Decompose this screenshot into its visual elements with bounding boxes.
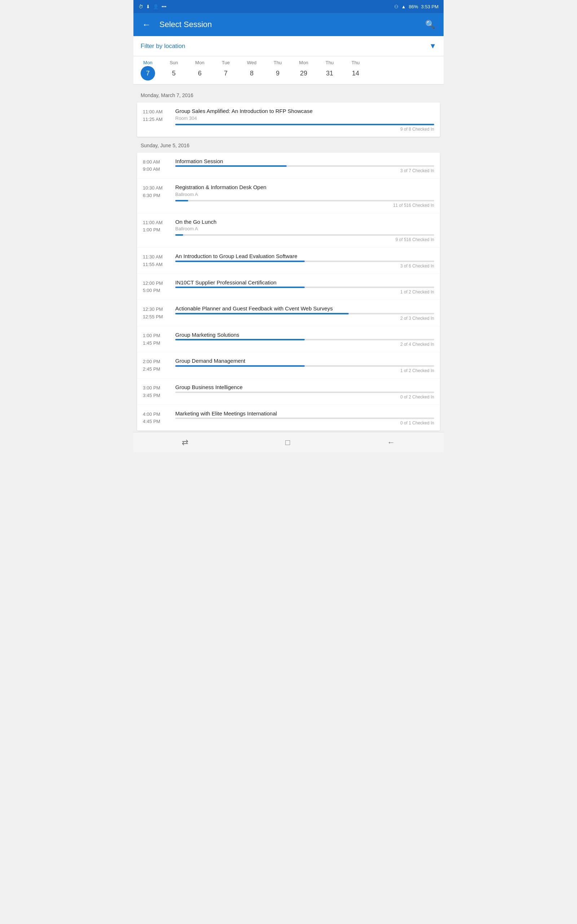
checked-in-label: 1 of 2 Checked In — [175, 368, 434, 373]
nav-back-button[interactable]: ← — [379, 433, 404, 452]
progress-bar-fill — [175, 234, 183, 236]
time-label: 3:53 PM — [421, 4, 438, 10]
session-details: Group Demand Management 1 of 2 Checked I… — [175, 357, 434, 373]
session-time: 3:00 PM3:45 PM — [143, 384, 175, 399]
session-time: 2:00 PM2:45 PM — [143, 357, 175, 373]
session-time: 4:00 PM4:45 PM — [143, 410, 175, 426]
session-card-0: 11:00 AM11:25 AM Group Sales Amplified: … — [137, 102, 440, 137]
back-button[interactable]: ← — [139, 16, 154, 32]
day-tab-name: Tue — [222, 60, 230, 65]
session-title: On the Go Lunch — [175, 218, 434, 226]
progress-bar-container — [175, 287, 434, 288]
person-icon: 👤 — [153, 4, 159, 10]
filter-bar[interactable]: Filter by location ▼ — [134, 36, 443, 56]
day-tab-name: Wed — [247, 60, 257, 65]
session-time: 11:30 AM11:55 AM — [143, 253, 175, 268]
day-tab-29[interactable]: Mon 29 — [291, 56, 317, 84]
checked-in-label: 2 of 3 Checked In — [175, 316, 434, 321]
day-tabs-container: Mon 7 Sun 5 Mon 6 Tue 7 Wed 8 Thu 9 Mon … — [134, 56, 443, 84]
day-tab-8[interactable]: Wed 8 — [239, 56, 265, 84]
progress-bar-container — [175, 365, 434, 367]
day-tab-5[interactable]: Sun 5 — [161, 56, 187, 84]
day-tab-name: Mon — [143, 60, 152, 65]
alarm-icon: ⏱ — [139, 4, 143, 10]
checked-in-label: 2 of 4 Checked In — [175, 342, 434, 347]
day-tab-number: 9 — [271, 66, 285, 81]
day-tab-14[interactable]: Thu 14 — [343, 56, 369, 84]
date-header-0: Monday, March 7, 2016 — [134, 88, 443, 101]
nav-home-button[interactable]: □ — [277, 433, 298, 452]
progress-bar-container — [175, 392, 434, 393]
session-title: Information Session — [175, 158, 434, 165]
session-time: 11:00 AM11:25 AM — [143, 108, 175, 123]
session-item[interactable]: 11:00 AM1:00 PM On the Go Lunch Ballroom… — [137, 213, 440, 248]
day-tab-7[interactable]: Mon 7 — [135, 56, 161, 84]
session-title: IN10CT Supplier Professional Certificati… — [175, 279, 434, 286]
session-title: Group Demand Management — [175, 357, 434, 365]
session-details: Registration & Information Desk Open Bal… — [175, 184, 434, 208]
session-item[interactable]: 3:00 PM3:45 PM Group Business Intelligen… — [137, 379, 440, 405]
progress-bar-fill — [175, 124, 434, 125]
session-item[interactable]: 11:00 AM11:25 AM Group Sales Amplified: … — [137, 102, 440, 137]
progress-bar-fill — [175, 365, 305, 367]
session-details: IN10CT Supplier Professional Certificati… — [175, 279, 434, 295]
checked-in-label: 3 of 7 Checked In — [175, 168, 434, 173]
session-location: Ballroom A — [175, 192, 434, 197]
day-tab-number: 6 — [193, 66, 207, 81]
checked-in-label: 1 of 2 Checked In — [175, 289, 434, 294]
day-tab-number: 5 — [167, 66, 181, 81]
nav-recent-button[interactable]: ⇄ — [173, 433, 197, 452]
session-item[interactable]: 2:00 PM2:45 PM Group Demand Management 1… — [137, 352, 440, 379]
session-card-1: 8:00 AM9:00 AM Information Session 3 of … — [137, 153, 440, 431]
session-details: Group Sales Amplified: An Introduction t… — [175, 108, 434, 132]
day-tab-31[interactable]: Thu 31 — [317, 56, 343, 84]
day-tab-9[interactable]: Thu 9 — [265, 56, 291, 84]
progress-bar-container — [175, 200, 434, 201]
session-item[interactable]: 10:30 AM6:30 PM Registration & Informati… — [137, 179, 440, 213]
session-item[interactable]: 12:00 PM5:00 PM IN10CT Supplier Professi… — [137, 274, 440, 300]
progress-bar-container — [175, 165, 434, 167]
checked-in-label: 0 of 2 Checked In — [175, 394, 434, 399]
session-title: An Introduction to Group Lead Evaluation… — [175, 253, 434, 260]
status-bar-left-icons: ⏱ ⬇ 👤 ••• — [139, 4, 167, 10]
progress-bar-fill — [175, 165, 287, 167]
session-item[interactable]: 4:00 PM4:45 PM Marketing with Elite Meet… — [137, 405, 440, 431]
day-tab-number: 31 — [322, 66, 337, 81]
session-time: 12:30 PM12:55 PM — [143, 305, 175, 321]
wifi-icon: ▲ — [401, 4, 406, 10]
day-tab-7[interactable]: Tue 7 — [213, 56, 239, 84]
session-details: Marketing with Elite Meetings Internatio… — [175, 410, 434, 426]
session-item[interactable]: 8:00 AM9:00 AM Information Session 3 of … — [137, 153, 440, 179]
status-bar-right-icons: ⚇ ▲ 86% 3:53 PM — [394, 4, 438, 10]
session-location: Ballroom A — [175, 226, 434, 231]
session-title: Group Business Intelligence — [175, 384, 434, 391]
day-tab-number: 7 — [141, 66, 155, 81]
session-item[interactable]: 12:30 PM12:55 PM Actionable Planner and … — [137, 300, 440, 326]
progress-bar-fill — [175, 287, 305, 288]
session-location: Room 304 — [175, 115, 434, 121]
day-tab-number: 29 — [297, 66, 311, 81]
day-tab-name: Sun — [169, 60, 178, 65]
search-button[interactable]: 🔍 — [422, 17, 438, 32]
day-tab-name: Mon — [299, 60, 308, 65]
session-item[interactable]: 1:00 PM1:45 PM Group Marketing Solutions… — [137, 326, 440, 353]
bottom-nav: ⇄ □ ← — [134, 432, 443, 452]
day-tab-number: 8 — [245, 66, 259, 81]
day-tab-6[interactable]: Mon 6 — [187, 56, 213, 84]
filter-dropdown-arrow-icon: ▼ — [429, 42, 436, 50]
filter-label: Filter by location — [141, 43, 185, 50]
more-icon: ••• — [161, 4, 167, 10]
day-tab-number: 14 — [348, 66, 363, 81]
bluetooth-icon: ⚇ — [394, 4, 398, 10]
session-title: Group Sales Amplified: An Introduction t… — [175, 108, 434, 115]
progress-bar-container — [175, 313, 434, 314]
sessions-content: Monday, March 7, 2016 11:00 AM11:25 AM G… — [134, 84, 443, 431]
checked-in-label: 0 of 1 Checked In — [175, 420, 434, 426]
session-title: Actionable Planner and Guest Feedback wi… — [175, 305, 434, 312]
download-icon: ⬇ — [146, 4, 150, 10]
page-title: Select Session — [160, 20, 212, 29]
session-item[interactable]: 11:30 AM11:55 AM An Introduction to Grou… — [137, 247, 440, 274]
session-time: 1:00 PM1:45 PM — [143, 331, 175, 347]
session-details: Group Business Intelligence 0 of 2 Check… — [175, 384, 434, 399]
checked-in-label: 9 of 8 Checked In — [175, 127, 434, 132]
